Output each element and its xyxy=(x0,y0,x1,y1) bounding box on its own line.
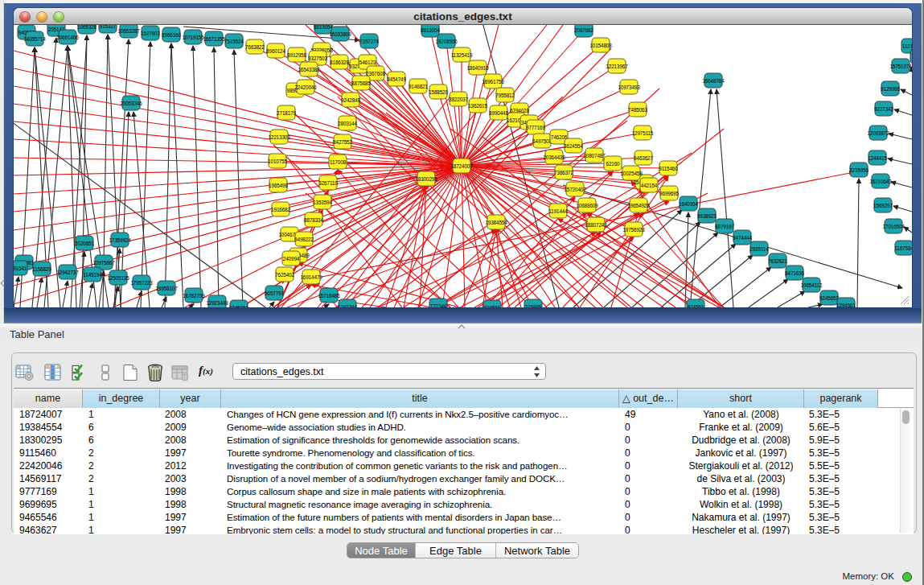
svg-text:746206: 746206 xyxy=(551,134,568,140)
svg-text:7485063: 7485063 xyxy=(628,107,647,113)
svg-text:7632621: 7632621 xyxy=(768,258,787,264)
svg-text:2718179: 2718179 xyxy=(277,110,296,116)
svg-text:3822037: 3822037 xyxy=(449,97,468,102)
svg-text:9242848: 9242848 xyxy=(341,97,360,103)
svg-text:10975867: 10975867 xyxy=(92,260,115,266)
svg-text:1588520: 1588520 xyxy=(429,89,448,95)
svg-text:1065328: 1065328 xyxy=(77,25,97,30)
svg-text:22420046: 22420046 xyxy=(294,84,317,90)
svg-text:2935114: 2935114 xyxy=(749,246,769,252)
svg-text:16648784: 16648784 xyxy=(702,78,725,84)
svg-text:1916682: 1916682 xyxy=(271,207,290,212)
svg-text:9327503: 9327503 xyxy=(308,56,327,61)
svg-text:9657791: 9657791 xyxy=(265,290,284,296)
svg-text:7625402: 7625402 xyxy=(275,272,294,278)
svg-text:19218506: 19218506 xyxy=(435,39,458,44)
svg-text:12213967: 12213967 xyxy=(606,64,628,69)
svg-text:8813054: 8813054 xyxy=(314,25,333,30)
svg-text:1292344: 1292344 xyxy=(338,304,357,308)
svg-text:874561: 874561 xyxy=(688,304,704,308)
svg-text:15751074: 15751074 xyxy=(889,64,912,69)
svg-text:20691406: 20691406 xyxy=(56,35,79,40)
svg-text:12093872: 12093872 xyxy=(867,130,889,136)
svg-text:9463627: 9463627 xyxy=(634,155,653,161)
svg-text:1010755: 1010755 xyxy=(268,159,287,164)
svg-text:62160: 62160 xyxy=(606,161,620,167)
svg-text:19756928: 19756928 xyxy=(622,227,645,233)
svg-text:3624554: 3624554 xyxy=(564,143,583,149)
svg-text:1156829: 1156829 xyxy=(32,266,51,272)
svg-text:8938923: 8938923 xyxy=(697,213,717,219)
svg-text:12975115: 12975115 xyxy=(632,130,654,136)
svg-text:10653287: 10653287 xyxy=(117,28,140,34)
svg-text:3215956: 3215956 xyxy=(849,167,869,173)
svg-text:16782759: 16782759 xyxy=(183,293,205,299)
svg-text:1640954: 1640954 xyxy=(679,201,698,207)
svg-text:10025458: 10025458 xyxy=(620,171,643,176)
svg-text:1569297: 1569297 xyxy=(873,203,893,208)
svg-text:1294561: 1294561 xyxy=(836,303,856,308)
svg-text:7386372: 7386372 xyxy=(554,170,573,175)
svg-text:9115460: 9115460 xyxy=(659,166,678,171)
svg-text:6497508: 6497508 xyxy=(532,138,552,144)
svg-text:2087682: 2087682 xyxy=(574,27,593,33)
svg-text:20053346: 20053346 xyxy=(120,101,142,106)
svg-text:934561: 934561 xyxy=(484,305,501,308)
svg-text:2367608: 2367608 xyxy=(366,71,385,76)
svg-text:9777169: 9777169 xyxy=(526,125,545,130)
svg-text:215956: 215956 xyxy=(525,304,542,308)
svg-text:14055714: 14055714 xyxy=(23,36,46,42)
svg-text:18724007: 18724007 xyxy=(450,163,473,169)
svg-text:240994: 240994 xyxy=(283,256,300,262)
svg-text:17359924: 17359924 xyxy=(109,237,131,243)
svg-text:1167534: 1167534 xyxy=(894,245,912,251)
svg-text:19654923: 19654923 xyxy=(627,203,650,208)
svg-text:1244415: 1244415 xyxy=(868,155,887,161)
svg-text:2803144: 2803144 xyxy=(338,121,357,126)
svg-text:8471636: 8471636 xyxy=(785,270,804,276)
svg-text:8960124: 8960124 xyxy=(266,48,285,54)
svg-text:9498222: 9498222 xyxy=(294,237,314,242)
svg-text:9245061: 9245061 xyxy=(229,305,248,308)
svg-text:1362615: 1362615 xyxy=(468,103,487,109)
svg-text:12942737: 12942737 xyxy=(56,270,79,275)
svg-text:3267110: 3267110 xyxy=(318,180,338,186)
svg-text:391541: 391541 xyxy=(14,266,27,271)
svg-text:12213303: 12213303 xyxy=(268,134,290,140)
svg-text:10154808: 10154808 xyxy=(589,43,612,48)
svg-text:9146821: 9146821 xyxy=(409,84,428,89)
svg-text:15720407: 15720407 xyxy=(564,187,586,192)
svg-text:9474444: 9474444 xyxy=(733,235,752,241)
svg-text:18640910: 18640910 xyxy=(466,65,489,71)
svg-text:16961758: 16961758 xyxy=(482,79,504,84)
svg-text:6879197: 6879197 xyxy=(715,224,734,229)
svg-text:8912958: 8912958 xyxy=(287,52,306,58)
svg-text:16210643: 16210643 xyxy=(869,179,892,184)
svg-text:8875685: 8875685 xyxy=(351,80,371,86)
svg-text:11325419: 11325419 xyxy=(451,52,473,58)
svg-text:10973493: 10973493 xyxy=(618,84,640,90)
svg-text:9245652: 9245652 xyxy=(819,295,839,301)
svg-text:6966160: 6966160 xyxy=(162,32,181,38)
svg-text:19958107: 19958107 xyxy=(155,286,178,291)
svg-text:12505135: 12505135 xyxy=(107,275,129,281)
svg-text:12923448: 12923448 xyxy=(206,300,228,306)
svg-text:9699695: 9699695 xyxy=(659,191,679,196)
svg-text:18807249: 18807249 xyxy=(585,222,607,228)
svg-text:9129966: 9129966 xyxy=(881,86,900,92)
svg-text:8454749: 8454749 xyxy=(387,76,406,82)
svg-text:8427552: 8427552 xyxy=(333,139,352,145)
svg-text:1527602: 1527602 xyxy=(141,31,160,36)
svg-text:772344: 772344 xyxy=(430,303,447,308)
svg-text:18300295: 18300295 xyxy=(415,176,437,182)
svg-text:10654112: 10654112 xyxy=(801,282,823,288)
svg-text:16033809: 16033809 xyxy=(329,31,351,37)
svg-text:546123: 546123 xyxy=(359,60,376,65)
svg-text:19384554: 19384554 xyxy=(485,220,507,225)
svg-text:10807487: 10807487 xyxy=(583,153,606,159)
svg-text:442154: 442154 xyxy=(641,183,658,188)
svg-text:1145194: 1145194 xyxy=(83,272,102,278)
svg-text:17957223: 17957223 xyxy=(130,280,153,286)
svg-text:8878334: 8878334 xyxy=(304,217,323,223)
svg-text:7357274: 7357274 xyxy=(359,39,379,44)
